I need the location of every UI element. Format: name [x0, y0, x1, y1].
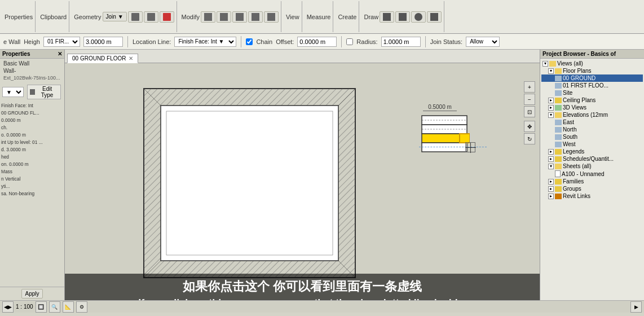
draw-rect-btn[interactable] — [395, 11, 410, 23]
properties-close-icon[interactable]: ✕ — [58, 51, 62, 57]
field-level: int Up to level: 01 ... — [0, 138, 64, 146]
schedules-label: Schedules/Quantit... — [563, 156, 614, 162]
tab-ground-floor[interactable]: 00 GROUND FLOOR ✕ — [67, 54, 138, 63]
expand-3d-icon[interactable]: ▸ — [548, 105, 554, 111]
toolbar-btn-1[interactable] — [128, 11, 143, 23]
apply-button[interactable]: Apply — [21, 289, 42, 299]
apply-row: Apply — [0, 287, 64, 300]
view-icon-south — [555, 134, 562, 140]
height-dropdown[interactable]: 01 FIR... — [43, 37, 80, 47]
wall-type-section: Basic Wall Wall- Ext_102Bwk-75Ins-100... — [0, 59, 64, 82]
expand-views-icon[interactable]: ▾ — [542, 61, 548, 67]
toolbar-clipboard-label: Clipboard — [40, 14, 67, 20]
draw-line-icon — [383, 13, 391, 21]
tree-item-a100[interactable]: A100 - Unnamed — [541, 170, 643, 178]
tree-item-3d-views[interactable]: ▸ 3D Views — [541, 104, 643, 111]
tree-item-ceiling-plans[interactable]: ▸ Ceiling Plans — [541, 96, 643, 104]
tree-item-revit-links[interactable]: ▸ Revit Links — [541, 192, 643, 200]
modify-icon-5 — [267, 13, 275, 21]
field-mass: Mass — [0, 168, 64, 175]
modify-icon-4 — [252, 13, 259, 21]
floor-plan-svg — [141, 86, 361, 283]
expand-revit-links-icon[interactable]: ▸ — [548, 194, 554, 199]
options-bar: e Wall Heigh 01 FIR... Location Line: Fi… — [0, 34, 644, 50]
tree-item-00-ground[interactable]: 00 GROUND — [541, 74, 643, 82]
modify-btn-5[interactable] — [264, 11, 279, 23]
pan-button[interactable]: ✥ — [524, 121, 535, 132]
tree-item-families[interactable]: ▸ Families — [541, 178, 643, 185]
draw-line-btn[interactable] — [380, 11, 394, 23]
sheets-label: Sheets (all) — [563, 163, 592, 169]
expand-groups-icon[interactable]: ▸ — [548, 186, 554, 192]
status-btn-4[interactable]: 📐 — [63, 301, 74, 313]
location-line-label: Location Line: — [133, 38, 171, 45]
status-btn-right[interactable]: ▶ — [630, 301, 642, 313]
tab-ground-floor-label: 00 GROUND FLOOR — [72, 55, 126, 62]
type-dropdown[interactable]: ▼ — [2, 87, 24, 97]
tree-item-legends[interactable]: ▸ Legends — [541, 148, 643, 155]
modify-btn-2[interactable] — [217, 11, 231, 23]
status-btn-3[interactable]: 🔍 — [49, 301, 60, 313]
tree-item-01-first[interactable]: 01 FIRST FLOO... — [541, 82, 643, 89]
join-status-dropdown[interactable]: Allow — [466, 37, 500, 47]
tree-item-south[interactable]: South — [541, 133, 643, 141]
tree-item-groups[interactable]: ▸ Groups — [541, 185, 643, 192]
offset-label: Offset: — [276, 38, 294, 45]
zoom-out-button[interactable]: − — [524, 94, 535, 105]
south-label: South — [563, 134, 577, 140]
rotate-button[interactable]: ↻ — [524, 133, 535, 144]
groups-folder-icon — [555, 186, 562, 192]
expand-sheets-icon[interactable]: ▾ — [548, 164, 554, 169]
location-line-dropdown[interactable]: Finish Face: Int ▼ — [174, 37, 236, 47]
field-offset1: 0.0000 m — [0, 116, 64, 124]
tab-ground-floor-close[interactable]: ✕ — [129, 55, 133, 62]
tree-item-views-all[interactable]: ▾ Views (all) — [541, 60, 643, 67]
height-input[interactable] — [83, 37, 123, 47]
draw-circle-btn[interactable] — [411, 11, 426, 23]
tree-item-east[interactable]: East — [541, 118, 643, 126]
edit-type-button[interactable]: Edit Type — [27, 85, 61, 99]
tb-icon-3 — [163, 13, 171, 21]
zoom-fit-button[interactable]: ⊡ — [524, 106, 535, 117]
offset-input[interactable] — [297, 37, 337, 47]
divider-4 — [425, 36, 426, 47]
radius-input[interactable] — [381, 37, 421, 47]
status-btn-1[interactable]: ◀▶ — [2, 301, 14, 313]
radius-checkbox[interactable] — [346, 38, 353, 45]
tree-item-north[interactable]: North — [541, 126, 643, 133]
chain-checkbox[interactable] — [246, 38, 253, 45]
expand-ceiling-icon[interactable]: ▸ — [548, 98, 554, 103]
status-btn-5[interactable]: ⚙ — [76, 301, 87, 313]
expand-families-icon[interactable]: ▸ — [548, 179, 554, 185]
toolbar-btn-3[interactable] — [160, 11, 174, 23]
expand-floor-plans-icon[interactable]: ▾ — [548, 68, 554, 74]
a100-label: A100 - Unnamed — [562, 171, 605, 177]
toolbar-btn-2[interactable] — [144, 11, 158, 23]
properties-fields: Finish Face: Int 00 GROUND FL... 0.0000 … — [0, 102, 64, 287]
status-btn-2[interactable]: 🔲 — [36, 301, 47, 313]
expand-schedules-icon[interactable]: ▸ — [548, 156, 554, 162]
tree-item-schedules[interactable]: ▸ Schedules/Quantit... — [541, 155, 643, 163]
expand-elevations-icon[interactable]: ▾ — [548, 112, 554, 118]
tree-item-west[interactable]: West — [541, 141, 643, 148]
zoom-in-button[interactable]: + — [524, 81, 535, 93]
viewport[interactable]: 0.5000 m — [65, 63, 540, 300]
join-icon: Join ▼ — [106, 14, 123, 20]
tree-item-sheets[interactable]: ▾ Sheets (all) — [541, 163, 643, 170]
join-tool-button[interactable]: Join ▼ — [103, 12, 127, 21]
elevations-label: Elevations (12mm — [563, 112, 608, 118]
canvas-area[interactable]: 00 GROUND FLOOR ✕ — [65, 50, 540, 300]
tree-item-elevations[interactable]: ▾ Elevations (12mm — [541, 111, 643, 118]
field-offset2: o. 0.0000 m — [0, 131, 64, 138]
modify-icon-2 — [220, 13, 228, 21]
draw-arc-btn[interactable] — [427, 11, 442, 23]
tree-item-floor-plans[interactable]: ▾ Floor Plans — [541, 67, 643, 74]
modify-btn-4[interactable] — [248, 11, 263, 23]
join-status-label: Join Status: — [430, 38, 462, 45]
toolbar-draw-label: Draw — [364, 14, 378, 20]
expand-legends-icon[interactable]: ▸ — [548, 149, 554, 155]
modify-btn-3[interactable] — [232, 11, 247, 23]
tree-item-site[interactable]: Site — [541, 89, 643, 96]
modify-btn-1[interactable] — [201, 11, 215, 23]
subtitle-english: If you click on this one, you can see th… — [69, 297, 535, 300]
